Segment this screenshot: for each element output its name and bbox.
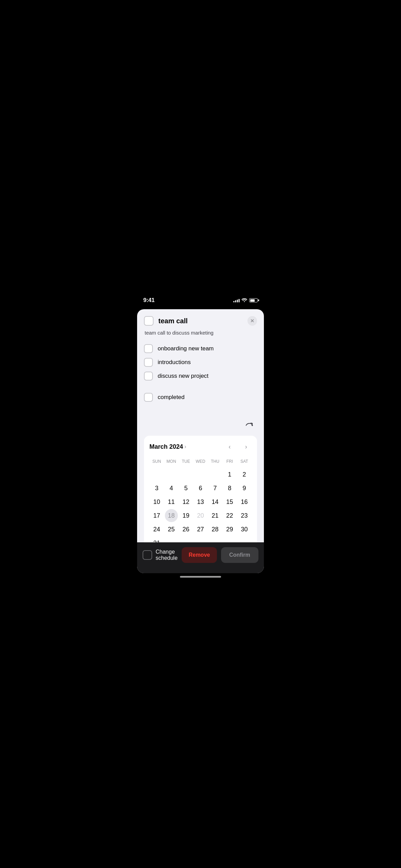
- calendar-nav: ‹ ›: [224, 441, 252, 452]
- cal-day-27[interactable]: 27: [194, 523, 207, 536]
- confirm-button[interactable]: Confirm: [221, 547, 258, 563]
- card-header: team call ✕: [144, 316, 257, 326]
- cal-day-29[interactable]: 29: [223, 523, 236, 536]
- spacer: [144, 404, 257, 418]
- day-header-fri: FRI: [222, 458, 237, 465]
- cal-day-20[interactable]: 20: [194, 509, 207, 522]
- home-bar: [180, 576, 221, 578]
- status-time: 9:41: [143, 297, 155, 304]
- next-month-button[interactable]: ›: [241, 441, 252, 452]
- cal-day-13[interactable]: 13: [194, 495, 207, 508]
- checkbox-completed[interactable]: [144, 393, 153, 402]
- cal-day-10[interactable]: 10: [150, 495, 163, 508]
- cal-day-8[interactable]: 8: [223, 482, 236, 495]
- cal-day-24[interactable]: 24: [150, 523, 163, 536]
- cal-day-16[interactable]: 16: [238, 495, 251, 508]
- cal-day-2[interactable]: 2: [238, 468, 251, 481]
- calendar-month-button[interactable]: March 2024 ›: [149, 443, 186, 450]
- remove-button[interactable]: Remove: [182, 547, 217, 563]
- cal-day-23[interactable]: 23: [238, 509, 251, 522]
- day-header-mon: MON: [164, 458, 179, 465]
- schedule-checkbox: [143, 550, 152, 560]
- cal-day-19[interactable]: 19: [179, 509, 192, 522]
- list-item: onboarding new team: [144, 342, 257, 355]
- day-header-sat: SAT: [237, 458, 252, 465]
- change-schedule-label: Change schedule: [156, 549, 178, 561]
- title-checkbox[interactable]: [144, 316, 154, 326]
- calendar-header: March 2024 › ‹ ›: [149, 441, 252, 452]
- cal-day-11[interactable]: 11: [165, 495, 178, 508]
- cal-day-30[interactable]: 30: [238, 523, 251, 536]
- list-item: introductions: [144, 355, 257, 369]
- calendar-add-button[interactable]: [243, 419, 256, 432]
- cal-day-6[interactable]: 6: [194, 482, 207, 495]
- calendar-section: March 2024 › ‹ › SUN MON TUE WED THU FRI: [144, 436, 257, 542]
- prev-month-button[interactable]: ‹: [224, 441, 235, 452]
- checkbox-introductions[interactable]: [144, 358, 153, 367]
- bottom-bar: Change schedule Remove Confirm: [137, 542, 264, 573]
- cal-day-18[interactable]: 18: [165, 509, 178, 522]
- cal-day-3[interactable]: 3: [150, 482, 163, 495]
- close-button[interactable]: ✕: [247, 316, 257, 326]
- month-year-label: March 2024: [149, 443, 183, 450]
- change-schedule-button[interactable]: Change schedule: [143, 549, 178, 561]
- day-headers: SUN MON TUE WED THU FRI SAT: [149, 458, 252, 465]
- status-icons: [233, 298, 258, 303]
- cal-day-25[interactable]: 25: [165, 523, 178, 536]
- list-item: discuss new project: [144, 369, 257, 383]
- cal-day-22[interactable]: 22: [223, 509, 236, 522]
- cal-day-9[interactable]: 9: [238, 482, 251, 495]
- calendar-grid: 1 2 3 4 5 6 7 8 9 10 11 12 13 14 15: [149, 468, 252, 542]
- checkbox-discuss[interactable]: [144, 372, 153, 381]
- completed-label: completed: [158, 394, 184, 401]
- cal-day-21[interactable]: 21: [209, 509, 222, 522]
- cal-day-1[interactable]: 1: [223, 468, 236, 481]
- checklist-label-onboarding: onboarding new team: [158, 345, 214, 352]
- card-description: team call to discuss marketing: [144, 330, 257, 336]
- status-bar: 9:41: [134, 289, 267, 306]
- day-header-tue: TUE: [179, 458, 193, 465]
- day-header-sun: SUN: [149, 458, 164, 465]
- wifi-icon: [242, 298, 247, 303]
- card-content: team call ✕ team call to discuss marketi…: [137, 309, 264, 542]
- calendar-add-area: [144, 418, 257, 434]
- phone-container: 9:41: [134, 289, 267, 579]
- cal-day-26[interactable]: 26: [179, 523, 192, 536]
- cal-day-15[interactable]: 15: [223, 495, 236, 508]
- cal-day-14[interactable]: 14: [209, 495, 222, 508]
- battery-icon: [249, 298, 258, 302]
- home-indicator: [134, 576, 267, 579]
- list-item: completed: [144, 390, 257, 404]
- cal-day-17[interactable]: 17: [150, 509, 163, 522]
- cal-day-28[interactable]: 28: [209, 523, 222, 536]
- cal-day-4[interactable]: 4: [165, 482, 178, 495]
- cal-day-12[interactable]: 12: [179, 495, 192, 508]
- day-header-thu: THU: [208, 458, 222, 465]
- checkbox-onboarding[interactable]: [144, 344, 153, 353]
- modal-card: team call ✕ team call to discuss marketi…: [137, 309, 264, 573]
- signal-icon: [233, 298, 240, 302]
- checklist-label-introductions: introductions: [158, 359, 191, 366]
- card-title: team call: [158, 317, 243, 325]
- cal-day-5[interactable]: 5: [179, 482, 192, 495]
- cal-day-31[interactable]: 31: [150, 537, 163, 542]
- completed-section: completed: [144, 390, 257, 404]
- day-header-wed: WED: [193, 458, 208, 465]
- month-chevron-icon: ›: [184, 444, 186, 450]
- cal-day-7[interactable]: 7: [209, 482, 222, 495]
- checklist-label-discuss: discuss new project: [158, 373, 208, 379]
- checklist: onboarding new team introductions discus…: [144, 342, 257, 383]
